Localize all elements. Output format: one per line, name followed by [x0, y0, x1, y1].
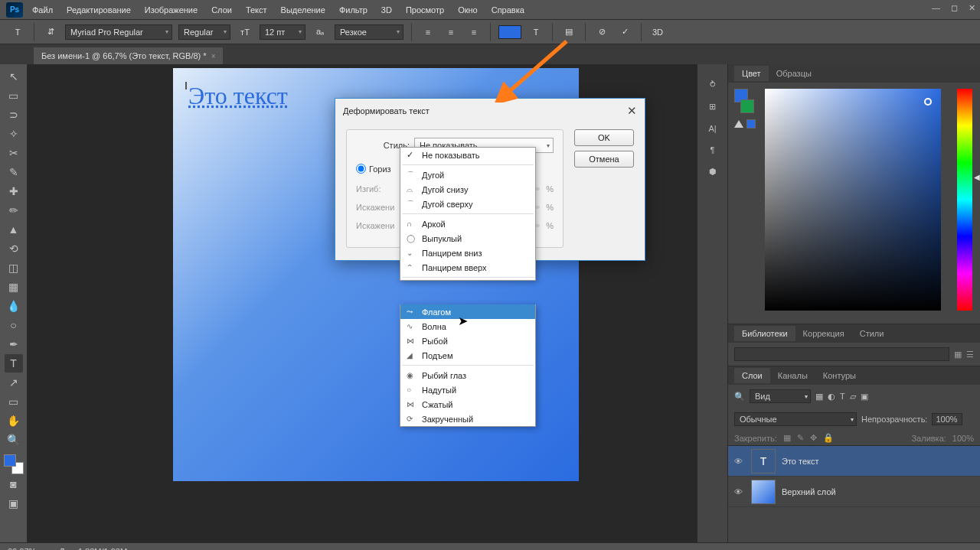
text-color-swatch[interactable]	[498, 25, 521, 39]
align-center-icon[interactable]: ≡	[442, 23, 460, 41]
pen-tool[interactable]: ✒	[5, 335, 23, 353]
history-icon[interactable]: ⥁	[710, 80, 716, 89]
font-weight-dropdown[interactable]: Regular	[178, 24, 230, 40]
filter-adj-icon[interactable]: ◐	[828, 392, 835, 402]
tab-channels[interactable]: Каналы	[770, 368, 815, 383]
lib-list-icon[interactable]: ☰	[966, 350, 974, 360]
stamp-tool[interactable]: ▲	[5, 220, 23, 239]
lock-paint-icon[interactable]: ✎	[797, 433, 804, 443]
window-minimize[interactable]: —	[932, 3, 940, 13]
dd-item-twist[interactable]: ⟳Закрученный	[400, 412, 535, 426]
color-swatches[interactable]	[4, 454, 24, 474]
cancel-button[interactable]: Отмена	[574, 151, 634, 168]
layer-name[interactable]: Верхний слой	[782, 487, 836, 496]
horiz-radio[interactable]	[356, 164, 366, 174]
filter-icon[interactable]: 🔍	[734, 392, 745, 402]
dd-item-arch[interactable]: ∩Аркой	[400, 216, 535, 231]
visibility-icon[interactable]: 👁	[734, 487, 745, 496]
eraser-tool[interactable]: ◫	[5, 259, 23, 277]
layer-row[interactable]: 👁 Верхний слой	[728, 477, 980, 507]
brush-tool[interactable]: ✏	[5, 201, 23, 220]
library-dropdown[interactable]	[734, 347, 949, 361]
blur-tool[interactable]: 💧	[5, 297, 23, 315]
align-left-icon[interactable]: ≡	[419, 23, 437, 41]
document-tab[interactable]: Без имени-1 @ 66,7% (Это текст, RGB/8) *…	[34, 47, 223, 64]
antialias-dropdown[interactable]: Резкое	[335, 24, 403, 40]
zoom-tool[interactable]: 🔍	[5, 431, 23, 449]
paragraph-icon[interactable]: ¶	[710, 145, 715, 155]
menu-image[interactable]: Изображение	[145, 5, 198, 15]
text-orientation-icon[interactable]: ⇵	[41, 23, 60, 41]
quickmask-tool[interactable]: ◙	[5, 475, 23, 493]
filter-kind-dropdown[interactable]: Вид	[750, 389, 811, 403]
tab-color[interactable]: Цвет	[734, 66, 769, 81]
dodge-tool[interactable]: ○	[5, 316, 23, 334]
char-panel-icon[interactable]: ▤	[560, 23, 578, 41]
menu-3d[interactable]: 3D	[381, 5, 392, 15]
bg-swatch[interactable]	[740, 99, 754, 113]
menu-select[interactable]: Выделение	[281, 5, 325, 15]
window-maximize[interactable]: ◻	[951, 3, 958, 13]
visibility-icon[interactable]: 👁	[734, 457, 745, 466]
menu-type[interactable]: Текст	[246, 5, 267, 15]
layer-row[interactable]: 👁 T Это текст	[728, 446, 980, 477]
menu-view[interactable]: Просмотр	[406, 5, 444, 15]
tab-layers[interactable]: Слои	[734, 368, 770, 383]
menu-file[interactable]: Файл	[32, 5, 53, 15]
crop-tool[interactable]: ✂	[5, 144, 23, 162]
layer-name[interactable]: Это текст	[782, 457, 819, 466]
tab-close-icon[interactable]: ×	[211, 52, 216, 60]
3d-icon[interactable]: 3D	[648, 23, 667, 41]
blend-mode-dropdown[interactable]: Обычные	[734, 412, 857, 426]
dd-item-fish[interactable]: ⋈Рыбой	[400, 334, 535, 348]
dialog-close-icon[interactable]: ✕	[627, 104, 637, 118]
dd-item-shell-lower[interactable]: ⌄Панцирем вниз	[400, 246, 535, 260]
lasso-tool[interactable]: ⊃	[5, 106, 23, 124]
color-field[interactable]	[765, 89, 941, 311]
filter-pixel-icon[interactable]: ▦	[815, 392, 823, 402]
lib-grid-icon[interactable]: ▦	[954, 350, 962, 360]
tab-styles[interactable]: Стили	[852, 326, 892, 341]
menu-window[interactable]: Окно	[458, 5, 478, 15]
eyedropper-tool[interactable]: ✎	[5, 163, 23, 181]
dd-item-arc[interactable]: ⌒Дугой	[400, 168, 535, 182]
tab-libraries[interactable]: Библиотеки	[734, 326, 795, 341]
hue-slider[interactable]	[957, 89, 972, 311]
window-close[interactable]: ✕	[969, 3, 975, 13]
wand-tool[interactable]: ✧	[5, 125, 23, 143]
filter-shape-icon[interactable]: ▱	[850, 392, 856, 402]
dd-item-wave[interactable]: ∿Волна	[400, 319, 535, 334]
hand-tool[interactable]: ✋	[5, 412, 23, 430]
zoom-value[interactable]: 66,67%	[8, 547, 36, 551]
dd-item-bulge[interactable]: ◯Выпуклый	[400, 231, 535, 246]
tab-paths[interactable]: Контуры	[815, 368, 864, 383]
dd-item-arc-lower[interactable]: ⌓Дугой снизу	[400, 182, 535, 197]
align-right-icon[interactable]: ≡	[465, 23, 483, 41]
font-size-dropdown[interactable]: 12 пт	[260, 24, 305, 40]
filter-type-icon[interactable]: T	[840, 392, 845, 401]
tab-swatches[interactable]: Образцы	[769, 66, 819, 81]
dd-item-arc-upper[interactable]: ⌒Дугой сверху	[400, 197, 535, 211]
foreground-color[interactable]	[4, 454, 16, 467]
dd-item-rise[interactable]: ◢Подъем	[400, 348, 535, 363]
dd-item-inflate[interactable]: ○Надутый	[400, 382, 535, 397]
character-icon[interactable]: A|	[708, 124, 716, 133]
font-family-dropdown[interactable]: Myriad Pro Regular	[65, 24, 172, 40]
menu-help[interactable]: Справка	[492, 5, 524, 15]
properties-icon[interactable]: ⊞	[709, 102, 716, 112]
lock-trans-icon[interactable]: ▦	[783, 433, 791, 443]
fill-value[interactable]: 100%	[952, 434, 974, 443]
shape-tool[interactable]: ▭	[5, 392, 23, 411]
lock-pos-icon[interactable]: ✥	[810, 433, 817, 443]
opacity-value[interactable]: 100%	[932, 413, 962, 425]
history-brush-tool[interactable]: ⟲	[5, 239, 23, 258]
3d-panel-icon[interactable]: ⬢	[709, 167, 717, 177]
dd-item-none[interactable]: Не показывать	[400, 148, 535, 162]
menu-layers[interactable]: Слои	[211, 5, 232, 15]
type-tool[interactable]: T	[5, 354, 23, 373]
cancel-icon[interactable]: ⊘	[593, 23, 611, 41]
ok-button[interactable]: OK	[574, 129, 634, 146]
dd-item-flag[interactable]: ⤳Флагом	[400, 304, 535, 319]
menu-edit[interactable]: Редактирование	[67, 5, 131, 15]
tab-adjustments[interactable]: Коррекция	[795, 326, 852, 341]
